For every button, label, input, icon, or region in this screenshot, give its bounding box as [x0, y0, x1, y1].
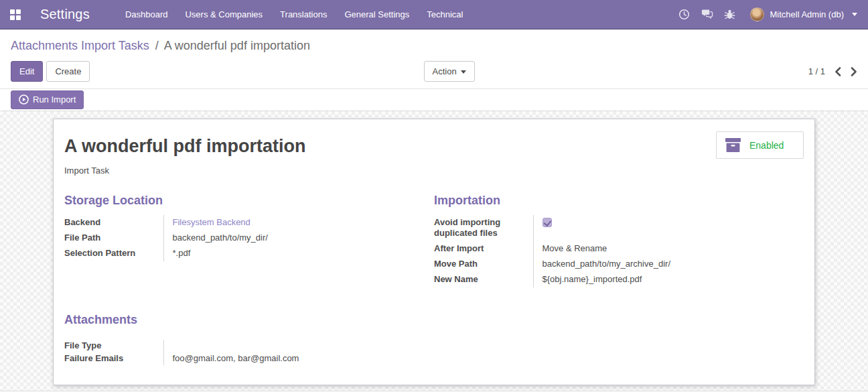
avoid-duplicates-checkbox [542, 218, 552, 227]
field-groups: Storage Location Backend Filesystem Back… [64, 194, 804, 287]
pager-next-button[interactable] [851, 67, 857, 76]
field-label: File Type [64, 340, 163, 352]
action-dropdown-button[interactable]: Action [424, 61, 475, 82]
enabled-stat-button[interactable]: Enabled [716, 131, 804, 159]
field-label: Move Path [434, 257, 533, 272]
menu-item-dashboard[interactable]: Dashboard [117, 0, 177, 29]
play-circle-icon [19, 94, 29, 105]
field-row-move-path: Move Path backend_path/to/my_archive_dir… [434, 257, 777, 272]
apps-menu-button[interactable] [0, 0, 31, 29]
field-value: ${obj.name}_imported.pdf [533, 272, 777, 287]
archive-box-icon [725, 137, 741, 153]
field-row-failure-emails: Failure Emails foo@gmail.com, bar@gmail.… [64, 352, 434, 365]
messages-button[interactable] [695, 0, 718, 29]
field-value: backend_path/to/my_dir/ [163, 231, 402, 246]
activities-button[interactable] [672, 0, 695, 29]
group-storage-location: Storage Location Backend Filesystem Back… [64, 194, 434, 287]
apps-grid-icon [10, 9, 21, 20]
menu-item-users-companies[interactable]: Users & Companies [176, 0, 271, 29]
field-label: Avoid importing duplicated files [434, 215, 533, 241]
field-row-file-type: File Type [64, 340, 434, 352]
field-label: Failure Emails [64, 352, 163, 365]
field-row-file-path: File Path backend_path/to/my_dir/ [64, 231, 402, 246]
run-import-button[interactable]: Run Import [11, 90, 84, 109]
form-statusbar: Run Import [0, 88, 868, 111]
field-label: Selection Pattern [64, 246, 163, 261]
group-title-attachments: Attachments [64, 313, 434, 327]
field-label: New Name [434, 272, 533, 287]
backend-link[interactable]: Filesystem Backend [173, 217, 250, 227]
field-value [163, 340, 434, 352]
breadcrumb-current: A wonderful pdf importation [164, 39, 310, 52]
record-title: A wonderful pdf importation [64, 135, 804, 157]
field-row-new-name: New Name ${obj.name}_imported.pdf [434, 272, 777, 287]
clock-icon [678, 9, 690, 20]
field-label: File Path [64, 231, 163, 246]
caret-down-icon [852, 13, 857, 16]
user-menu[interactable]: Mitchell Admin (db) [741, 7, 857, 21]
form-sheet: Enabled A wonderful pdf importation Impo… [53, 119, 815, 385]
field-value: Move & Rename [533, 241, 777, 257]
main-menu: Dashboard Users & Companies Translations… [117, 0, 472, 29]
edit-button[interactable]: Edit [11, 61, 43, 82]
group-attachments: Attachments File Type Failure Emails foo… [64, 313, 434, 365]
group-importation: Importation Avoid importing duplicated f… [434, 194, 804, 287]
breadcrumb: Attachments Import Tasks / A wonderful p… [11, 38, 857, 54]
pager-counter: 1 / 1 [808, 66, 825, 76]
messages-icon [701, 9, 713, 20]
field-row-avoid-duplicates: Avoid importing duplicated files [434, 215, 777, 241]
breadcrumb-parent-link[interactable]: Attachments Import Tasks [11, 39, 149, 52]
group-title-importation: Importation [434, 194, 777, 208]
user-avatar [750, 7, 764, 21]
user-name: Mitchell Admin (db) [770, 9, 844, 19]
content-area: Enabled A wonderful pdf importation Impo… [0, 111, 868, 391]
control-panel-buttons: Edit Create Action 1 / 1 [11, 61, 857, 82]
caret-down-icon [461, 70, 466, 74]
debug-button[interactable] [718, 0, 741, 29]
field-row-backend: Backend Filesystem Backend [64, 215, 402, 231]
menu-item-translations[interactable]: Translations [271, 0, 336, 29]
menu-item-general-settings[interactable]: General Settings [336, 0, 418, 29]
field-value: backend_path/to/my_archive_dir/ [533, 257, 777, 272]
pager-previous-button[interactable] [835, 67, 841, 76]
field-row-after-import: After Import Move & Rename [434, 241, 777, 257]
breadcrumb-divider: / [153, 39, 161, 52]
group-title-storage-location: Storage Location [64, 194, 402, 208]
app-title: Settings [40, 7, 90, 22]
control-panel: Attachments Import Tasks / A wonderful p… [0, 29, 868, 88]
menu-item-technical[interactable]: Technical [418, 0, 472, 29]
field-label: Backend [64, 215, 163, 231]
create-button[interactable]: Create [46, 61, 90, 82]
enabled-label: Enabled [749, 140, 784, 151]
top-navbar: Settings Dashboard Users & Companies Tra… [0, 0, 868, 29]
field-value: *.pdf [163, 246, 402, 261]
field-value: foo@gmail.com, bar@gmail.com [163, 352, 434, 365]
record-subtitle: Import Task [64, 166, 804, 176]
bug-icon [724, 9, 735, 20]
navbar-right: Mitchell Admin (db) [672, 0, 868, 29]
field-label: After Import [434, 241, 533, 257]
field-row-selection-pattern: Selection Pattern *.pdf [64, 246, 402, 261]
